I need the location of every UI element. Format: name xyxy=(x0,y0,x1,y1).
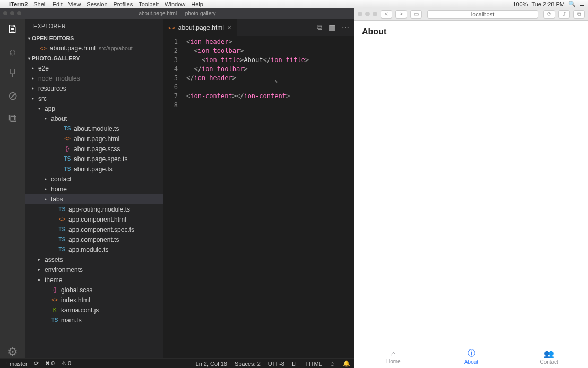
errors[interactable]: ✖ 0 xyxy=(45,360,55,367)
folder-item[interactable]: environments xyxy=(25,265,163,275)
html-file-icon: <> xyxy=(40,45,47,51)
tree-item-label: app.component.html xyxy=(68,216,126,223)
close-tab-icon[interactable]: × xyxy=(227,23,231,31)
file-item[interactable]: Kkarma.conf.js xyxy=(25,305,163,315)
folder-item[interactable]: src xyxy=(25,93,163,103)
file-item[interactable]: <>index.html xyxy=(25,295,163,305)
menu-help[interactable]: Help xyxy=(191,1,203,7)
file-item[interactable]: <>about.page.html xyxy=(25,134,163,144)
file-item[interactable]: TSabout.page.ts xyxy=(25,164,163,174)
ts-file-icon: TS xyxy=(64,156,71,162)
git-branch[interactable]: ⑂ master xyxy=(4,361,28,367)
warnings[interactable]: ⚠ 0 xyxy=(61,360,71,367)
open-file-path: src/app/about xyxy=(99,45,133,51)
file-item[interactable]: {}about.page.scss xyxy=(25,144,163,154)
traffic-lights[interactable] xyxy=(3,11,21,15)
url-bar[interactable]: localhost xyxy=(427,10,538,19)
forward-button[interactable]: > xyxy=(395,10,407,19)
mouse-cursor-icon: ⇖ xyxy=(274,76,278,85)
folder-item[interactable]: home xyxy=(25,184,163,194)
search-icon[interactable]: ⌕ xyxy=(6,45,19,58)
app-tab-home[interactable]: ⌂Home xyxy=(354,345,433,368)
editor-tabs: <> about.page.html × ⧉ ▥ ⋯ xyxy=(163,19,354,36)
file-item[interactable]: TSapp.component.spec.ts xyxy=(25,224,163,234)
share-icon[interactable]: ⤴ xyxy=(558,10,570,19)
language[interactable]: HTML xyxy=(306,361,322,367)
file-item[interactable]: TSapp.component.ts xyxy=(25,234,163,244)
app-preview: About ⌂HomeⓘAbout👥Contact xyxy=(354,21,588,368)
folder-item[interactable]: contact xyxy=(25,174,163,184)
split-editor-icon[interactable]: ▥ xyxy=(328,23,335,32)
menu-session[interactable]: Session xyxy=(87,1,107,7)
html-file-icon: <> xyxy=(168,24,175,31)
compare-icon[interactable]: ⧉ xyxy=(317,23,322,32)
folder-item[interactable]: app xyxy=(25,103,163,113)
scm-icon[interactable]: ⑂ xyxy=(6,67,19,80)
code-editor[interactable]: 12345678 <ion-header> <ion-toolbar> <ion… xyxy=(163,36,354,358)
file-item[interactable]: TSmain.ts xyxy=(25,315,163,325)
bell-icon[interactable]: 🔔 xyxy=(343,360,350,367)
debug-icon[interactable]: ⊘ xyxy=(6,90,19,102)
folder-item[interactable]: theme xyxy=(25,275,163,285)
feedback-icon[interactable]: ☺ xyxy=(330,361,335,367)
reload-icon[interactable]: ⟳ xyxy=(543,10,555,19)
sync-icon[interactable]: ⟳ xyxy=(34,360,39,367)
folder-item[interactable]: about xyxy=(25,113,163,124)
menu-shell[interactable]: Shell xyxy=(33,1,46,7)
extensions-icon[interactable]: ⧉ xyxy=(6,112,19,125)
tab-label: About xyxy=(464,359,478,365)
file-item[interactable]: TSabout.module.ts xyxy=(25,124,163,134)
folder-item[interactable]: e2e xyxy=(25,63,163,73)
ts-file-icon: TS xyxy=(64,166,71,172)
tabs-icon[interactable]: ⧉ xyxy=(573,10,585,19)
folder-item[interactable]: node_modules xyxy=(25,73,163,83)
eol[interactable]: LF xyxy=(292,361,299,367)
back-button[interactable]: < xyxy=(381,10,392,19)
file-item[interactable]: TSapp.module.ts xyxy=(25,244,163,255)
settings-icon[interactable]: ⚙ xyxy=(6,346,19,358)
file-item[interactable]: TSabout.page.spec.ts xyxy=(25,154,163,164)
menu-edit[interactable]: Edit xyxy=(53,1,63,7)
file-item[interactable]: <>app.component.html xyxy=(25,214,163,224)
spaces[interactable]: Spaces: 2 xyxy=(235,361,261,367)
menu-toolbelt[interactable]: Toolbelt xyxy=(139,1,159,7)
folder-item[interactable]: resources xyxy=(25,83,163,93)
file-item[interactable]: {}global.scss xyxy=(25,285,163,295)
file-tree: e2enode_modulesresourcessrcappaboutTSabo… xyxy=(25,63,163,325)
karma-file-icon: K xyxy=(51,307,58,313)
tree-item-label: contact xyxy=(51,176,72,183)
search-spotlight-icon[interactable]: 🔍 xyxy=(568,1,576,7)
editor-tab[interactable]: <> about.page.html × xyxy=(163,19,237,36)
app-tab-contact[interactable]: 👥Contact xyxy=(510,345,588,368)
battery-percent[interactable]: 100% xyxy=(513,1,528,7)
menu-hamburger-icon[interactable]: ☰ xyxy=(580,1,585,7)
clock[interactable]: Tue 2:28 PM xyxy=(531,1,565,7)
project-section[interactable]: ▾PHOTO-GALLERY xyxy=(25,54,163,63)
menu-profiles[interactable]: Profiles xyxy=(114,1,133,7)
open-editors-section[interactable]: ▾OPEN EDITORS xyxy=(25,33,163,43)
chevron-icon xyxy=(30,76,36,81)
app-name[interactable]: iTerm2 xyxy=(9,1,28,7)
app-content xyxy=(354,43,588,345)
folder-item[interactable]: tabs xyxy=(25,194,163,204)
html-file-icon: <> xyxy=(51,297,58,303)
explorer-title: EXPLORER xyxy=(25,19,163,33)
menu-view[interactable]: View xyxy=(68,1,81,7)
app-tab-about[interactable]: ⓘAbout xyxy=(433,345,511,368)
encoding[interactable]: UTF-8 xyxy=(268,361,284,367)
browser-traffic-lights[interactable] xyxy=(358,12,377,16)
folder-item[interactable]: assets xyxy=(25,255,163,265)
menu-window[interactable]: Window xyxy=(165,1,185,7)
sidebar-button-icon[interactable]: ▭ xyxy=(410,10,422,19)
more-icon[interactable]: ⋯ xyxy=(342,23,349,32)
cursor-position[interactable]: Ln 2, Col 16 xyxy=(196,361,227,367)
tree-item-label: about.module.ts xyxy=(74,125,119,133)
code-content[interactable]: <ion-header> <ion-toolbar> <ion-title>Ab… xyxy=(186,36,354,358)
explorer-icon[interactable]: 🗎 xyxy=(6,23,19,36)
open-editor-item[interactable]: <> about.page.html src/app/about xyxy=(25,43,163,54)
file-item[interactable]: TSapp-routing.module.ts xyxy=(25,204,163,214)
tree-item-label: global.scss xyxy=(61,286,92,294)
tree-item-label: about.page.ts xyxy=(74,165,113,173)
activity-bar: 🗎 ⌕ ⑂ ⊘ ⧉ ⚙ xyxy=(0,19,25,358)
chevron-icon xyxy=(43,177,48,181)
